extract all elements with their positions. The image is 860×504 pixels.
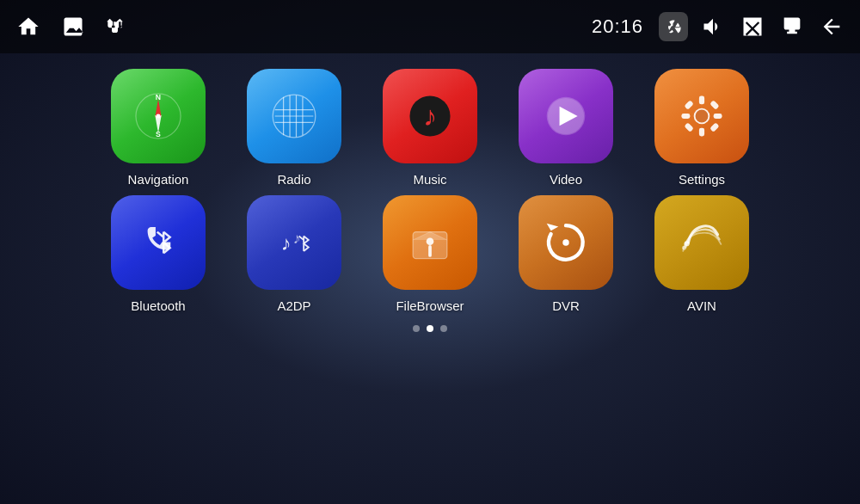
- app-item-filebrowser[interactable]: FileBrowser: [374, 195, 486, 313]
- page-dot-1[interactable]: [427, 325, 433, 332]
- svg-rect-25: [684, 122, 693, 132]
- top-bar: 20:16: [0, 0, 860, 53]
- svg-marker-34: [547, 224, 559, 231]
- app-label-navigation: Navigation: [128, 172, 189, 187]
- app-item-radio[interactable]: Radio: [238, 69, 350, 187]
- svg-rect-21: [681, 114, 690, 119]
- app-item-video[interactable]: Video: [510, 69, 622, 187]
- page-dot-0[interactable]: [413, 325, 420, 332]
- svg-point-27: [696, 110, 709, 123]
- app-label-bluetooth: Bluetooth: [131, 298, 185, 313]
- svg-rect-26: [710, 122, 719, 132]
- home-icon[interactable]: [14, 12, 43, 41]
- app-icon-avin: [654, 195, 749, 290]
- camera-icon[interactable]: [659, 12, 688, 41]
- volume-icon[interactable]: [698, 12, 728, 41]
- svg-point-37: [682, 246, 686, 250]
- app-label-settings: Settings: [679, 172, 725, 187]
- app-icon-dvr: [519, 195, 613, 290]
- svg-rect-20: [699, 128, 704, 137]
- app-label-dvr: DVR: [552, 298, 580, 313]
- app-item-avin[interactable]: AVIN: [646, 195, 758, 313]
- svg-point-35: [562, 239, 568, 245]
- app-label-filebrowser: FileBrowser: [396, 298, 464, 313]
- svg-point-5: [157, 114, 161, 119]
- app-item-music[interactable]: ♪ Music: [374, 69, 486, 187]
- app-icon-video: [519, 69, 613, 163]
- page-dot-2[interactable]: [440, 325, 447, 332]
- svg-rect-23: [684, 100, 693, 109]
- app-label-a2dp: A2DP: [277, 298, 310, 313]
- svg-rect-19: [699, 95, 704, 104]
- app-icon-radio: [247, 69, 341, 163]
- top-bar-left: [14, 12, 132, 41]
- svg-text:♪: ♪: [281, 232, 292, 255]
- app-icon-a2dp: ♪ ♪: [247, 195, 341, 290]
- svg-text:♪: ♪: [293, 230, 301, 247]
- app-label-radio: Radio: [277, 172, 310, 187]
- svg-point-32: [427, 237, 434, 245]
- app-icon-music: ♪: [383, 69, 477, 163]
- app-item-bluetooth[interactable]: Bluetooth: [102, 195, 214, 313]
- svg-text:♪: ♪: [423, 101, 437, 132]
- usb-icon[interactable]: [103, 12, 132, 41]
- screen-icon[interactable]: [777, 12, 807, 41]
- app-icon-bluetooth: [111, 195, 206, 290]
- app-item-dvr[interactable]: DVR: [510, 195, 622, 313]
- app-icon-settings: [654, 69, 749, 163]
- app-row-2: Bluetooth ♪ ♪ A2DP: [102, 195, 758, 313]
- app-icon-filebrowser: [383, 195, 477, 290]
- svg-rect-33: [428, 245, 432, 257]
- app-label-music: Music: [413, 172, 446, 187]
- app-row-1: N S Navigation: [102, 69, 758, 187]
- app-label-avin: AVIN: [687, 298, 716, 313]
- image-icon[interactable]: [58, 12, 88, 41]
- back-icon[interactable]: [817, 12, 846, 41]
- svg-rect-24: [710, 100, 719, 109]
- svg-rect-22: [714, 114, 722, 119]
- top-bar-right: 20:16: [592, 12, 846, 41]
- app-grid: N S Navigation: [0, 53, 860, 313]
- app-item-a2dp[interactable]: ♪ ♪ A2DP: [238, 195, 350, 313]
- page-dots: [0, 325, 860, 332]
- app-icon-navigation: N S: [111, 69, 206, 163]
- app-item-settings[interactable]: Settings: [646, 69, 758, 187]
- svg-point-36: [685, 241, 690, 246]
- app-label-video: Video: [550, 172, 582, 187]
- app-item-navigation[interactable]: N S Navigation: [102, 69, 214, 187]
- close-icon[interactable]: [738, 12, 767, 41]
- time-display: 20:16: [592, 15, 643, 38]
